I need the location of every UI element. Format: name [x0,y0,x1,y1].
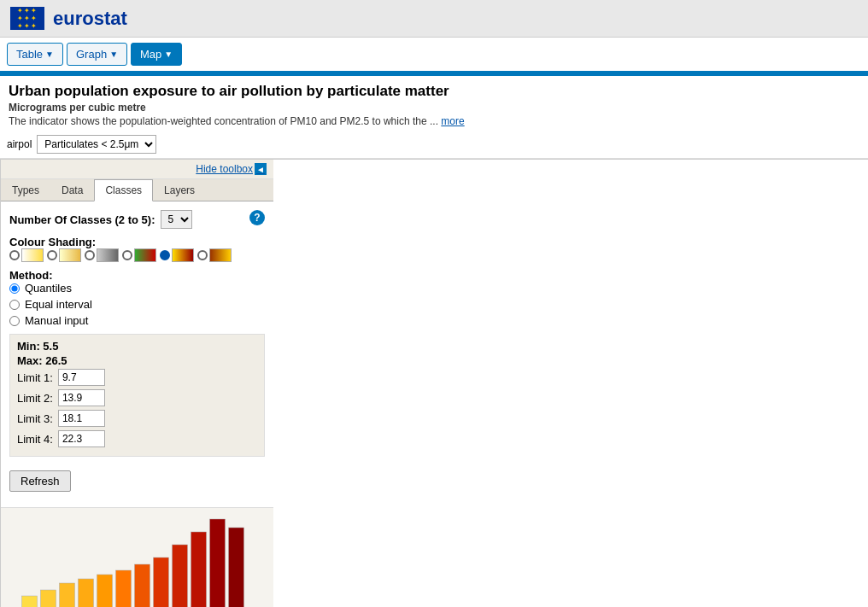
map-button[interactable]: Map ▼ [131,43,182,66]
method-equal-label: Equal interval [25,298,92,311]
limit-3-label: Limit 3: [17,412,53,425]
toolbox-tabs: Types Data Classes Layers [1,179,273,201]
method-equal-radio[interactable] [9,300,20,310]
limit-2-row: Limit 2: [17,389,257,406]
limit-3-input[interactable] [58,410,105,427]
tab-types[interactable]: Types [1,179,50,201]
graph-button[interactable]: Graph ▼ [67,43,127,66]
limits-section: Limit 1: Limit 2: Limit 3: Limit 4: [17,369,257,447]
colour-option-4[interactable] [122,248,156,262]
num-classes-row: Number Of Classes (2 to 5): 2 3 4 5 [9,210,249,229]
limit-3-row: Limit 3: [17,410,257,427]
colour-swatch-4 [134,248,156,262]
min-value: 5.5 [43,340,58,353]
colour-radio-4 [122,250,132,260]
limit-4-label: Limit 4: [17,433,53,446]
logo-text: eurostat [53,8,127,30]
eu-stars: ✦✦✦✦✦✦✦✦✦ [17,7,38,30]
method-manual[interactable]: Manual input [9,314,249,327]
refresh-button[interactable]: Refresh [9,470,71,492]
navbar: Table ▼ Graph ▼ Map ▼ [0,38,868,73]
colour-option-3[interactable] [85,248,119,262]
colour-option-2[interactable] [47,248,81,262]
table-button[interactable]: Table ▼ [7,43,63,66]
svg-rect-3 [41,590,56,607]
svg-rect-12 [210,519,226,607]
svg-rect-8 [135,564,150,607]
svg-rect-11 [191,532,207,607]
colour-shading-options [9,248,249,262]
svg-rect-10 [173,545,188,607]
min-label: Min: [17,340,40,353]
colour-swatch-5 [172,248,194,262]
method-quantiles[interactable]: Quantiles [9,282,249,295]
method-quantiles-label: Quantiles [25,282,72,295]
minmax-section: Min: 5.5 Max: 26.5 Limit 1: Limit 2: [9,334,265,457]
description: The indicator shows the population-weigh… [9,115,859,127]
table-dropdown-arrow: ▼ [45,50,54,59]
svg-rect-13 [229,528,244,607]
colour-swatch-3 [97,248,119,262]
limit-2-input[interactable] [58,389,105,406]
page-title: Urban population exposure to air polluti… [9,83,859,100]
colour-swatch-6 [209,248,232,262]
limit-4-input[interactable] [58,430,105,447]
toolbox-content: Number Of Classes (2 to 5): 2 3 4 5 Colo… [1,201,273,507]
colour-swatch-2 [59,248,81,262]
limit-1-label: Limit 1: [17,371,53,384]
limit-1-row: Limit 1: [17,369,257,386]
colour-option-1[interactable] [9,248,44,262]
colour-swatch-1 [21,248,44,262]
colour-shading-section: Colour Shading: [9,236,249,262]
hide-toolbox-icon: ◄ [255,163,267,175]
colour-radio-3 [85,250,95,260]
title-section: Urban population exposure to air polluti… [0,76,868,131]
tab-classes[interactable]: Classes [94,179,153,201]
colour-shading-label: Colour Shading: [9,236,249,248]
svg-rect-2 [22,596,38,607]
svg-rect-9 [154,557,169,607]
num-classes-select[interactable]: 2 3 4 5 [161,210,192,229]
min-row: Min: 5.5 [17,340,257,353]
toolbox: Hide toolbox ◄ Types Data Classes Layers… [0,160,273,607]
limit-2-label: Limit 2: [17,392,53,405]
header: ✦✦✦✦✦✦✦✦✦ eurostat [0,0,868,38]
method-label: Method: [9,269,249,282]
airpol-bar: airpol Particulates < 2.5μm Particulates… [0,131,868,159]
hide-toolbox-label: Hide toolbox [196,163,253,175]
chart-area [1,507,273,607]
tab-data[interactable]: Data [50,179,94,201]
colour-radio-5 [160,250,170,260]
tab-layers[interactable]: Layers [153,179,206,201]
colour-option-6[interactable] [197,248,232,262]
limit-4-row: Limit 4: [17,430,257,447]
airpol-select[interactable]: Particulates < 2.5μm Particulates < 10μm [37,135,156,154]
method-quantiles-radio[interactable] [9,283,20,294]
graph-dropdown-arrow: ▼ [109,50,118,59]
limit-1-input[interactable] [58,369,105,386]
airpol-label: airpol [7,138,32,150]
eu-flag: ✦✦✦✦✦✦✦✦✦ [10,7,44,30]
colour-radio-1 [9,250,20,260]
method-manual-label: Manual input [25,314,88,327]
svg-rect-4 [60,583,75,607]
max-row: Max: 26.5 [17,354,257,367]
toolbox-header: Hide toolbox ◄ [1,160,273,179]
hide-toolbox-button[interactable]: Hide toolbox ◄ [196,163,267,175]
subtitle: Micrograms per cubic metre [9,102,859,114]
colour-option-5[interactable] [160,248,194,262]
help-icon[interactable]: ? [249,210,265,225]
method-section: Method: Quantiles Equal interval Manual … [9,269,249,327]
svg-rect-7 [116,570,132,607]
num-classes-label: Number Of Classes (2 to 5): [9,213,155,226]
colour-radio-2 [47,250,57,260]
max-label: Max: [17,354,43,367]
svg-rect-6 [97,575,113,607]
more-link[interactable]: more [441,115,464,127]
method-manual-radio[interactable] [9,316,20,326]
main-area: ▲ ◄ ▼ ► [0,159,868,607]
colour-radio-6 [197,250,208,260]
method-equal-interval[interactable]: Equal interval [9,298,249,311]
max-value: 26.5 [45,354,67,367]
svg-rect-5 [79,579,94,607]
